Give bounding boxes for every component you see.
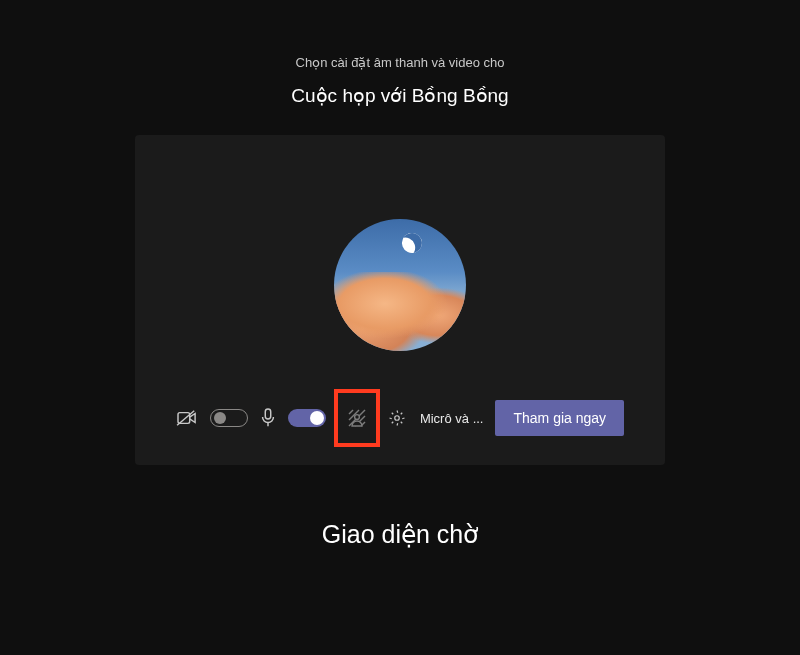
background-effects-icon[interactable]	[347, 408, 367, 428]
avatar	[334, 219, 466, 351]
meeting-title: Cuộc họp với Bồng Bồng	[291, 84, 508, 107]
microphone-icon	[260, 408, 276, 428]
svg-rect-0	[178, 413, 190, 424]
prejoin-control-bar: Micrô và ... Tham gia ngay	[135, 389, 665, 447]
video-preview-panel: Micrô và ... Tham gia ngay	[135, 135, 665, 465]
settings-icon[interactable]	[388, 409, 406, 427]
background-effects-highlight	[334, 389, 380, 447]
svg-point-10	[395, 416, 400, 421]
svg-line-4	[349, 410, 353, 414]
join-now-button[interactable]: Tham gia ngay	[495, 400, 624, 436]
camera-toggle[interactable]	[210, 409, 248, 427]
prejoin-subtitle: Chọn cài đặt âm thanh và video cho	[296, 55, 505, 70]
microphone-toggle[interactable]	[288, 409, 326, 427]
svg-point-9	[355, 415, 360, 420]
camera-off-icon	[176, 409, 198, 427]
screenshot-caption: Giao diện chờ	[322, 520, 478, 549]
svg-rect-2	[265, 409, 270, 419]
device-selector-label[interactable]: Micrô và ...	[418, 411, 484, 426]
